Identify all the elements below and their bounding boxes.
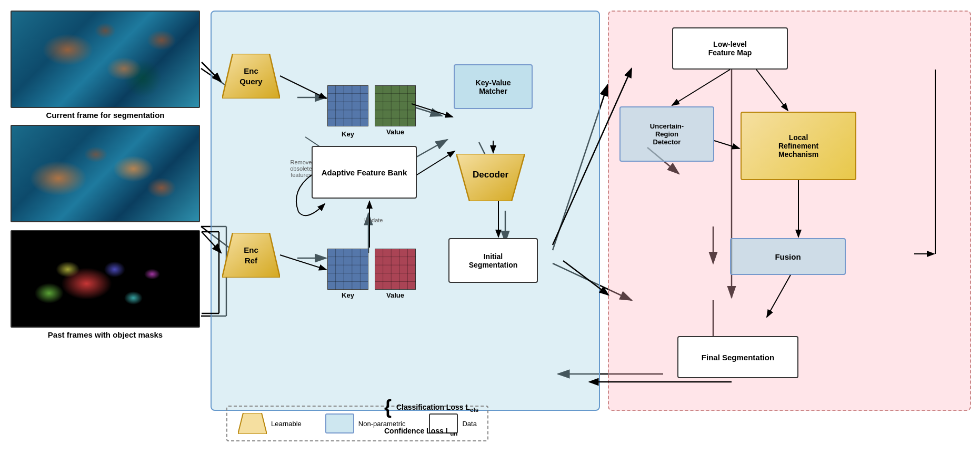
legend-learnable-icon [238, 413, 267, 434]
initial-seg-label: InitialSegmentation [469, 252, 518, 269]
query-key-label: Key [342, 130, 354, 138]
ref-key-grid [327, 249, 368, 290]
current-frame-block: Current frame for segmentation [11, 11, 200, 120]
svg-line-70 [280, 255, 326, 270]
mask-block: Past frames with object masks [11, 230, 200, 339]
mask-caption: Past frames with object masks [11, 330, 200, 339]
enc-query-label: Enc [244, 66, 258, 75]
svg-line-65 [280, 76, 326, 98]
left-panel: Current frame for segmentation Past fram… [11, 11, 200, 339]
query-value-feature: Value [375, 85, 416, 138]
svg-text:Enc: Enc [244, 245, 258, 254]
enc-query-block: Enc Query [222, 54, 280, 98]
query-features: Key Value [327, 85, 416, 138]
ref-value-grid [375, 249, 416, 290]
loss-annotation: { Classification Loss Lcls Confidence Lo… [384, 390, 478, 439]
adaptive-feature-bank: Adaptive Feature Bank [312, 146, 417, 199]
key-value-matcher: Key-ValueMatcher [454, 64, 533, 109]
key-value-matcher-label: Key-ValueMatcher [476, 78, 511, 95]
decoder-shape: Decoder [456, 154, 525, 201]
svg-line-67 [417, 151, 455, 175]
svg-line-73 [672, 70, 730, 105]
svg-line-79 [767, 275, 791, 317]
enc-query-shape: Enc Query [222, 54, 280, 98]
svg-rect-45 [327, 249, 368, 290]
enc-ref-block: Enc Ref [222, 233, 280, 278]
enc-ref-shape: Enc Ref [222, 233, 280, 278]
query-key-feature: Key [327, 85, 368, 138]
query-value-grid [375, 85, 416, 126]
cls-subscript: cls [470, 406, 478, 412]
current-frame-caption: Current frame for segmentation [11, 111, 200, 120]
ref-value-feature: Value [375, 249, 416, 299]
low-level-label: Low-levelFeature Map [708, 40, 752, 57]
ref-features: Key Value [327, 249, 416, 299]
svg-line-66 [412, 104, 453, 117]
svg-text:Ref: Ref [245, 256, 258, 265]
svg-marker-89 [238, 413, 267, 434]
legend-learnable-label: Learnable [271, 420, 302, 428]
decoder-label: Decoder [473, 170, 508, 180]
ref-key-feature: Key [327, 249, 368, 299]
fish-image-2 [11, 125, 200, 222]
classification-loss: Classification Loss Lcls [396, 403, 478, 411]
local-refinement-mechanism: LocalRefinementMechanism [741, 112, 856, 180]
past-frame-block [11, 125, 200, 225]
ref-value-label: Value [386, 291, 404, 299]
query-value-label: Value [386, 128, 404, 136]
svg-marker-22 [222, 54, 280, 98]
mask-image [11, 230, 200, 328]
local-ref-label: LocalRefinementMechanism [778, 133, 818, 159]
right-panel: Low-levelFeature Map Uncertain-RegionDet… [608, 11, 971, 411]
svg-rect-27 [327, 85, 368, 126]
svg-marker-24 [222, 233, 280, 278]
svg-text:Query: Query [239, 77, 263, 86]
query-key-grid [327, 85, 368, 126]
loss-content: Classification Loss Lcls Confidence Loss… [384, 403, 478, 436]
final-segmentation: Final Segmentation [677, 336, 798, 378]
confidence-loss: Confidence Loss Lun [384, 427, 457, 435]
legend-learnable: Learnable [238, 413, 302, 434]
main-panel: Enc Query Enc Ref [211, 11, 600, 411]
update-text: Update [364, 217, 383, 223]
fish-image-1 [11, 11, 200, 108]
svg-rect-54 [375, 249, 416, 290]
uncertain-label: Uncertain-RegionDetector [650, 122, 684, 146]
un-subscript: un [450, 430, 457, 437]
initial-segmentation: InitialSegmentation [448, 238, 538, 283]
loss-brace: { [384, 396, 392, 418]
legend-nonparam-icon [325, 413, 354, 433]
diagram-container: Current frame for segmentation Past fram… [0, 0, 980, 473]
decoder-block: Decoder [456, 154, 525, 203]
fusion-box: Fusion [730, 238, 846, 275]
svg-rect-36 [375, 85, 416, 126]
low-level-feature-map: Low-levelFeature Map [672, 27, 788, 70]
remove-obsolete-text: Remove obsolete features [280, 159, 322, 178]
svg-line-75 [714, 141, 739, 149]
ref-key-label: Key [342, 291, 354, 299]
final-seg-label: Final Segmentation [702, 353, 774, 362]
fusion-label: Fusion [775, 252, 801, 261]
svg-line-74 [756, 70, 788, 111]
uncertain-region-detector: Uncertain-RegionDetector [619, 106, 714, 162]
adaptive-bank-label: Adaptive Feature Bank [322, 168, 407, 177]
